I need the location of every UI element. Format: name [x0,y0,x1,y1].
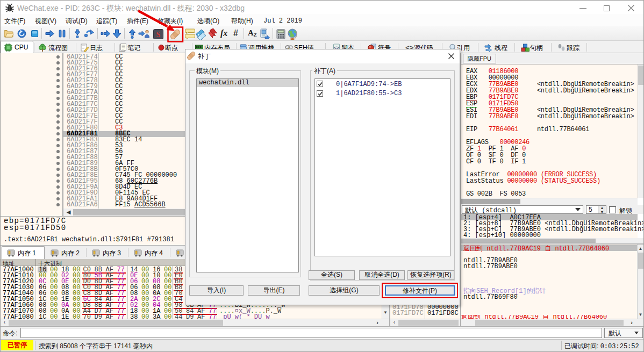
svg-text:S: S [156,31,161,39]
